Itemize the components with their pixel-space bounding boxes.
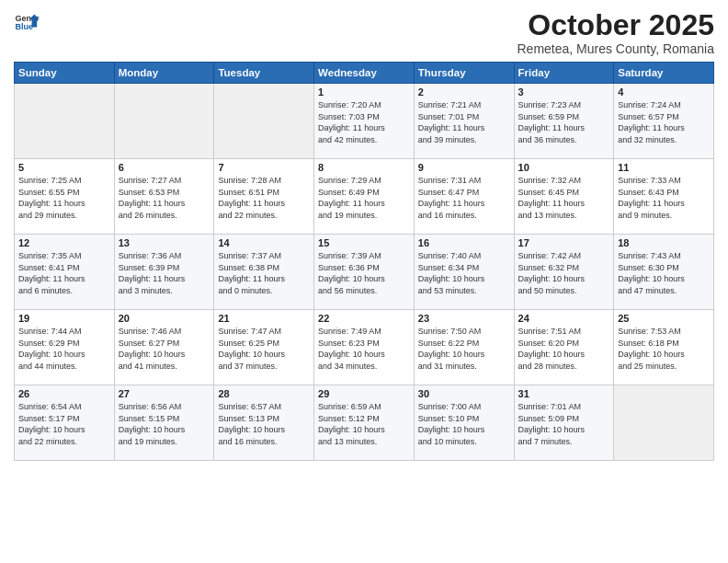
- day-info: Sunrise: 7:43 AM Sunset: 6:30 PM Dayligh…: [618, 250, 710, 296]
- day-info: Sunrise: 6:57 AM Sunset: 5:13 PM Dayligh…: [218, 401, 310, 447]
- day-info: Sunrise: 7:00 AM Sunset: 5:10 PM Dayligh…: [418, 401, 510, 447]
- calendar-cell: 6Sunrise: 7:27 AM Sunset: 6:53 PM Daylig…: [114, 159, 214, 235]
- day-number: 6: [119, 162, 210, 173]
- day-info: Sunrise: 7:40 AM Sunset: 6:34 PM Dayligh…: [418, 250, 510, 296]
- calendar-cell: 25Sunrise: 7:53 AM Sunset: 6:18 PM Dayli…: [614, 310, 714, 385]
- day-info: Sunrise: 7:53 AM Sunset: 6:18 PM Dayligh…: [618, 326, 710, 372]
- day-of-week-header: Monday: [114, 63, 214, 84]
- day-number: 9: [418, 162, 510, 173]
- svg-text:Blue: Blue: [15, 22, 33, 31]
- day-number: 12: [18, 237, 110, 248]
- day-number: 24: [518, 313, 610, 324]
- day-info: Sunrise: 7:35 AM Sunset: 6:41 PM Dayligh…: [18, 250, 110, 296]
- day-of-week-header: Tuesday: [214, 63, 314, 84]
- calendar-cell: 11Sunrise: 7:33 AM Sunset: 6:43 PM Dayli…: [614, 159, 714, 235]
- calendar-cell: 4Sunrise: 7:24 AM Sunset: 6:57 PM Daylig…: [614, 84, 714, 159]
- calendar-cell: [114, 84, 214, 159]
- day-number: 22: [318, 313, 410, 324]
- day-number: 2: [418, 86, 510, 98]
- day-info: Sunrise: 7:28 AM Sunset: 6:51 PM Dayligh…: [218, 175, 310, 221]
- day-number: 28: [218, 388, 310, 399]
- day-number: 11: [618, 162, 710, 173]
- day-number: 18: [618, 237, 710, 248]
- day-info: Sunrise: 7:31 AM Sunset: 6:47 PM Dayligh…: [418, 175, 510, 221]
- day-number: 21: [218, 313, 310, 324]
- day-info: Sunrise: 7:20 AM Sunset: 7:03 PM Dayligh…: [318, 99, 410, 145]
- calendar-cell: 19Sunrise: 7:44 AM Sunset: 6:29 PM Dayli…: [15, 310, 115, 385]
- calendar-cell: 13Sunrise: 7:36 AM Sunset: 6:39 PM Dayli…: [114, 235, 214, 310]
- calendar-cell: 7Sunrise: 7:28 AM Sunset: 6:51 PM Daylig…: [214, 159, 314, 235]
- day-number: 25: [618, 313, 710, 324]
- calendar-week-row: 1Sunrise: 7:20 AM Sunset: 7:03 PM Daylig…: [15, 84, 714, 159]
- day-info: Sunrise: 7:29 AM Sunset: 6:49 PM Dayligh…: [318, 175, 410, 221]
- calendar-cell: 12Sunrise: 7:35 AM Sunset: 6:41 PM Dayli…: [15, 235, 115, 310]
- calendar-cell: 17Sunrise: 7:42 AM Sunset: 6:32 PM Dayli…: [514, 235, 614, 310]
- calendar-cell: 2Sunrise: 7:21 AM Sunset: 7:01 PM Daylig…: [414, 84, 514, 159]
- day-info: Sunrise: 6:54 AM Sunset: 5:17 PM Dayligh…: [18, 401, 110, 447]
- day-info: Sunrise: 7:42 AM Sunset: 6:32 PM Dayligh…: [518, 250, 610, 296]
- day-number: 7: [218, 162, 310, 173]
- day-info: Sunrise: 7:36 AM Sunset: 6:39 PM Dayligh…: [119, 250, 210, 296]
- day-info: Sunrise: 7:33 AM Sunset: 6:43 PM Dayligh…: [618, 175, 710, 221]
- calendar-cell: 8Sunrise: 7:29 AM Sunset: 6:49 PM Daylig…: [314, 159, 415, 235]
- day-info: Sunrise: 6:56 AM Sunset: 5:15 PM Dayligh…: [119, 401, 210, 447]
- logo-icon: General Blue: [14, 9, 40, 35]
- calendar-cell: 18Sunrise: 7:43 AM Sunset: 6:30 PM Dayli…: [614, 235, 714, 310]
- calendar-cell: 29Sunrise: 6:59 AM Sunset: 5:12 PM Dayli…: [314, 385, 415, 461]
- calendar-cell: 20Sunrise: 7:46 AM Sunset: 6:27 PM Dayli…: [114, 310, 214, 385]
- day-number: 3: [518, 86, 610, 98]
- calendar-cell: 31Sunrise: 7:01 AM Sunset: 5:09 PM Dayli…: [514, 385, 614, 461]
- day-info: Sunrise: 7:25 AM Sunset: 6:55 PM Dayligh…: [18, 175, 110, 221]
- day-number: 17: [518, 237, 610, 248]
- day-info: Sunrise: 7:21 AM Sunset: 7:01 PM Dayligh…: [418, 99, 510, 145]
- day-number: 15: [318, 237, 410, 248]
- day-info: Sunrise: 7:27 AM Sunset: 6:53 PM Dayligh…: [119, 175, 210, 221]
- day-info: Sunrise: 7:50 AM Sunset: 6:22 PM Dayligh…: [418, 326, 510, 372]
- calendar-cell: 5Sunrise: 7:25 AM Sunset: 6:55 PM Daylig…: [15, 159, 115, 235]
- day-info: Sunrise: 7:37 AM Sunset: 6:38 PM Dayligh…: [218, 250, 310, 296]
- day-of-week-header: Wednesday: [314, 63, 415, 84]
- page-header: General Blue October 2025 Remetea, Mures…: [14, 9, 714, 56]
- location-subtitle: Remetea, Mures County, Romania: [518, 41, 715, 56]
- day-info: Sunrise: 7:46 AM Sunset: 6:27 PM Dayligh…: [119, 326, 210, 372]
- day-number: 5: [18, 162, 110, 173]
- day-number: 10: [518, 162, 610, 173]
- day-number: 13: [119, 237, 210, 248]
- day-of-week-header: Sunday: [15, 63, 115, 84]
- calendar-cell: 26Sunrise: 6:54 AM Sunset: 5:17 PM Dayli…: [15, 385, 115, 461]
- calendar-cell: 23Sunrise: 7:50 AM Sunset: 6:22 PM Dayli…: [414, 310, 514, 385]
- calendar-cell: 9Sunrise: 7:31 AM Sunset: 6:47 PM Daylig…: [414, 159, 514, 235]
- day-info: Sunrise: 7:23 AM Sunset: 6:59 PM Dayligh…: [518, 99, 610, 145]
- day-info: Sunrise: 7:39 AM Sunset: 6:36 PM Dayligh…: [318, 250, 410, 296]
- logo: General Blue: [14, 9, 40, 35]
- day-of-week-header: Saturday: [614, 63, 714, 84]
- calendar-cell: 3Sunrise: 7:23 AM Sunset: 6:59 PM Daylig…: [514, 84, 614, 159]
- calendar-cell: 27Sunrise: 6:56 AM Sunset: 5:15 PM Dayli…: [114, 385, 214, 461]
- days-of-week-header: SundayMondayTuesdayWednesdayThursdayFrid…: [15, 63, 714, 84]
- day-number: 1: [318, 86, 410, 98]
- day-info: Sunrise: 7:24 AM Sunset: 6:57 PM Dayligh…: [618, 99, 710, 145]
- month-title: October 2025: [518, 9, 715, 41]
- title-block: October 2025 Remetea, Mures County, Roma…: [518, 9, 715, 56]
- calendar-cell: 24Sunrise: 7:51 AM Sunset: 6:20 PM Dayli…: [514, 310, 614, 385]
- calendar-week-row: 12Sunrise: 7:35 AM Sunset: 6:41 PM Dayli…: [15, 235, 714, 310]
- day-number: 4: [618, 86, 710, 98]
- day-number: 27: [119, 388, 210, 399]
- day-number: 31: [518, 388, 610, 399]
- calendar-week-row: 19Sunrise: 7:44 AM Sunset: 6:29 PM Dayli…: [15, 310, 714, 385]
- day-number: 19: [18, 313, 110, 324]
- calendar-week-row: 26Sunrise: 6:54 AM Sunset: 5:17 PM Dayli…: [15, 385, 714, 461]
- day-info: Sunrise: 7:47 AM Sunset: 6:25 PM Dayligh…: [218, 326, 310, 372]
- day-info: Sunrise: 7:44 AM Sunset: 6:29 PM Dayligh…: [18, 326, 110, 372]
- calendar-cell: 1Sunrise: 7:20 AM Sunset: 7:03 PM Daylig…: [314, 84, 415, 159]
- day-number: 14: [218, 237, 310, 248]
- calendar-cell: [214, 84, 314, 159]
- calendar-cell: 22Sunrise: 7:49 AM Sunset: 6:23 PM Dayli…: [314, 310, 415, 385]
- calendar-cell: 15Sunrise: 7:39 AM Sunset: 6:36 PM Dayli…: [314, 235, 415, 310]
- day-info: Sunrise: 7:01 AM Sunset: 5:09 PM Dayligh…: [518, 401, 610, 447]
- calendar-cell: 28Sunrise: 6:57 AM Sunset: 5:13 PM Dayli…: [214, 385, 314, 461]
- day-info: Sunrise: 6:59 AM Sunset: 5:12 PM Dayligh…: [318, 401, 410, 447]
- day-of-week-header: Friday: [514, 63, 614, 84]
- calendar-cell: 14Sunrise: 7:37 AM Sunset: 6:38 PM Dayli…: [214, 235, 314, 310]
- calendar-body: 1Sunrise: 7:20 AM Sunset: 7:03 PM Daylig…: [15, 84, 714, 461]
